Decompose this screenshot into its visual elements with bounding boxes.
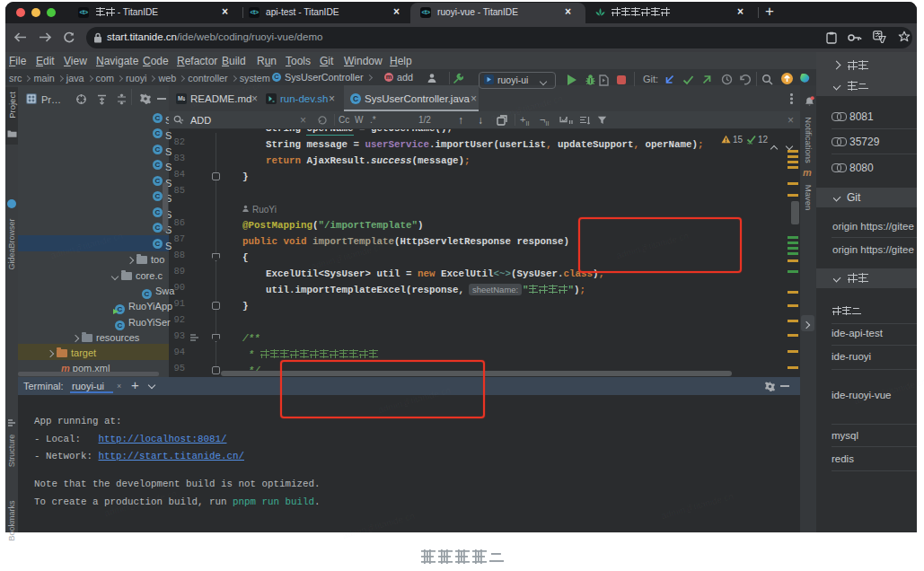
- svg-text:M: M: [178, 95, 183, 101]
